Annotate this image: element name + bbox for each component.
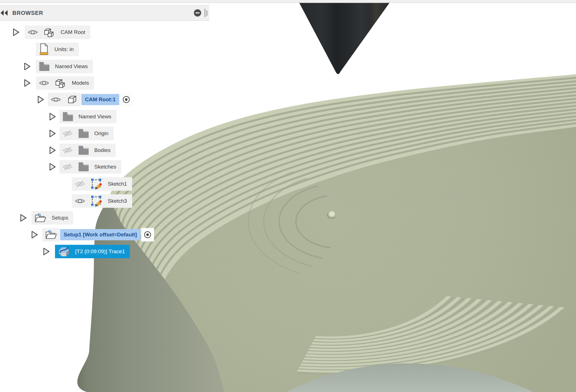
expand-arrow-icon[interactable] [48,129,57,138]
units-document-icon [39,43,49,56]
row-strip[interactable]: [T2 (0:09:09)] Trace1 [55,245,130,258]
browser-row-origin: Origin [59,127,114,140]
browser-header: BROWSER [0,5,209,21]
row-strip[interactable]: Models [36,76,94,90]
row-strip[interactable]: Origin [59,127,114,140]
component-group-icon [54,77,67,89]
component-group-icon [43,26,56,38]
activate-radio-button[interactable] [141,228,154,241]
row-label: Bodies [94,147,111,153]
visibility-off-icon[interactable] [62,129,73,138]
row-label: Sketch3 [108,198,127,204]
row-label: Origin [94,130,109,137]
sketch-icon [90,195,103,207]
folder-icon [62,112,74,122]
visibility-icon[interactable] [39,79,49,87]
collapse-arrow-icon[interactable] [22,79,31,87]
folder-icon [78,128,89,139]
row-label: CAM Root [61,29,85,35]
row-strip[interactable]: Named Views [36,60,93,73]
browser-row-bodies: Bodies [59,144,116,157]
collapse-arrow-icon[interactable] [30,230,39,239]
row-label: Sketch1 [108,181,127,187]
row-strip[interactable]: CAM Root [25,26,90,39]
collapse-arrow-icon[interactable] [11,28,20,37]
row-label: Setups [52,215,68,221]
browser-row-sketch3: Sketch3 [72,194,132,208]
browser-row-setups: Setups [31,211,73,225]
folder-icon [39,61,50,72]
setup-folder-icon [45,229,57,240]
expand-arrow-icon[interactable] [48,146,57,155]
panel-resize-grip-icon[interactable] [204,8,208,18]
row-icons[interactable] [48,93,81,106]
setup-folder-icon [34,213,47,223]
expand-arrow-icon[interactable] [42,247,51,256]
toolbar-bottom-strip [0,0,576,3]
collapse-arrow-icon[interactable] [48,162,57,171]
row-label[interactable]: Setup1 [Work offset=Default] [60,229,141,240]
row-label: Named Views [55,63,88,70]
browser-row-setup1-work-offset-default: Setup1 [Work offset=Default] [42,228,154,241]
row-strip[interactable]: Sketch1 [72,177,132,191]
browser-row-cam-root-1: CAM Root:1 [48,93,133,106]
row-strip[interactable]: Named Views [59,110,116,123]
row-label: Named Views [79,114,111,120]
row-label: Models [72,80,89,86]
row-strip[interactable]: Sketches [59,160,121,174]
activate-radio-button[interactable] [120,93,133,106]
row-strip[interactable]: Sketch3 [72,194,132,208]
browser-row-named-views: Named Views [59,110,116,123]
toolpath-icon [58,246,70,257]
visibility-icon[interactable] [51,95,61,104]
collapse-panel-icon[interactable] [0,10,8,16]
visibility-off-icon[interactable] [62,146,73,155]
row-label[interactable]: CAM Root:1 [81,94,119,105]
browser-row-models: Models [36,76,94,90]
folder-icon [78,162,89,172]
visibility-icon[interactable] [27,28,38,36]
visibility-off-icon[interactable] [62,163,73,171]
collapse-arrow-icon[interactable] [36,95,45,104]
row-strip[interactable]: Units: in [36,43,79,56]
row-label: Units: in [54,46,74,52]
browser-row-units-in: Units: in [36,43,79,56]
collapse-arrow-icon[interactable] [19,213,27,222]
row-strip[interactable]: Setups [31,211,73,225]
body-cube-icon [66,93,79,106]
browser-row-t2-0-09-09-trace1: [T2 (0:09:09)] Trace1 [55,245,130,258]
browser-row-named-views: Named Views [36,60,93,73]
browser-row-sketch1: Sketch1 [72,177,132,191]
folder-icon [78,145,89,155]
minimize-icon[interactable] [194,9,201,17]
expand-arrow-icon[interactable] [22,62,31,71]
visibility-off-icon[interactable] [75,180,85,188]
row-strip[interactable]: Bodies [59,144,116,157]
sketch-icon [90,178,103,190]
row-label: [T2 (0:09:09)] Trace1 [75,248,125,255]
expand-arrow-icon[interactable] [48,112,57,121]
browser-title: BROWSER [12,10,43,16]
row-label: Sketches [94,164,116,170]
browser-row-sketches: Sketches [59,160,121,174]
browser-row-cam-root: CAM Root [25,26,90,39]
visibility-icon[interactable] [75,197,85,205]
row-icons[interactable] [42,228,59,241]
